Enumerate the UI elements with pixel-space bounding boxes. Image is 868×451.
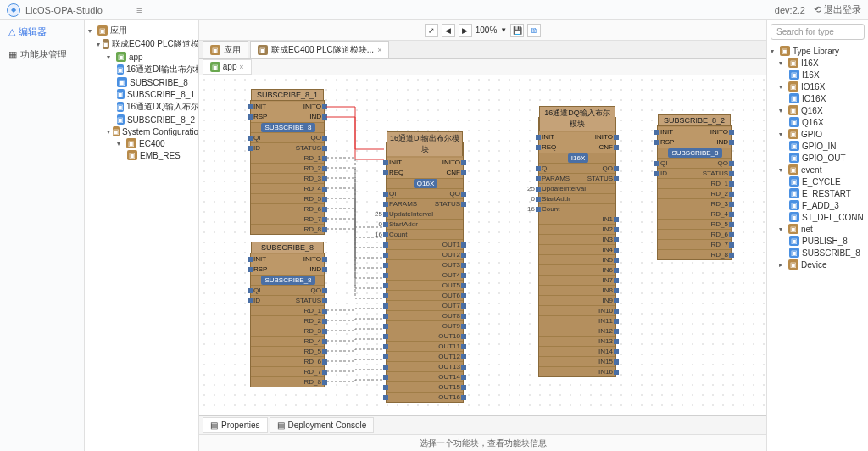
logout-button[interactable]: ⟲ 退出登录	[814, 3, 861, 16]
tree-node-di16[interactable]: ▣16通道DI输出布尔模块	[85, 63, 198, 76]
type-gpio-in[interactable]: ▣GPIO_IN	[767, 140, 868, 152]
type-fadd3[interactable]: ▣F_ADD_3	[767, 199, 868, 211]
tab-app-root[interactable]: ▣应用	[203, 41, 248, 58]
close-icon[interactable]: ×	[377, 46, 381, 54]
save-as-icon[interactable]: 🗎	[527, 24, 541, 37]
app-title: LicOS-OPA-Studio	[25, 5, 103, 15]
sidebar-item-editor[interactable]: △ 编辑器	[0, 20, 84, 43]
status-bar: 选择一个功能块，查看功能块信息	[199, 434, 766, 451]
box-icon: ▣	[258, 45, 268, 55]
tree-app[interactable]: ▾▣app	[85, 51, 198, 63]
block-badge: SUBSCRIBE_8	[261, 123, 314, 132]
diagram-canvas[interactable]: SUBSCRIBE_8_1INITINITORSPINDSUBSCRIBE_8Q…	[199, 75, 766, 415]
search-input[interactable]: Search for type	[771, 24, 865, 40]
block-badge: Q16X	[414, 179, 437, 188]
block-badge: I16X	[568, 153, 588, 163]
save-icon[interactable]: 💾	[510, 24, 524, 37]
console-icon: ▤	[277, 420, 285, 430]
type-erestart[interactable]: ▣E_RESTART	[767, 187, 868, 199]
editor-icon: △	[8, 26, 15, 37]
editor-sub-tabs: ▣ app ×	[199, 59, 766, 75]
app-logo-icon: ◆	[7, 3, 20, 17]
zoom-dropdown-icon[interactable]: ▼	[500, 26, 507, 34]
tab-properties[interactable]: ▤Properties	[203, 417, 268, 433]
nav-left-icon[interactable]: ◀	[442, 24, 455, 37]
canvas-area: ⤢ ◀ ▶ 100% ▼ 💾 🗎 ▣应用 ▣联成EC400 PLC隧道模块...…	[199, 20, 766, 451]
block-badge: SUBSCRIBE_8	[668, 148, 721, 158]
type-event-folder[interactable]: ▾▣event	[767, 164, 868, 175]
canvas-toolbar: ⤢ ◀ ▶ 100% ▼ 💾 🗎	[199, 20, 766, 41]
type-gpio-folder[interactable]: ▾▣GPIO	[767, 128, 868, 140]
type-q16x[interactable]: ▣Q16X	[767, 116, 868, 128]
sub-tab-app[interactable]: ▣ app ×	[203, 59, 252, 75]
type-net-folder[interactable]: ▾▣net	[767, 223, 868, 235]
type-library-root[interactable]: ▾▣Type Library	[767, 45, 868, 57]
right-sidebar: Search for type ▾▣Type Library ▾▣I16X ▣I…	[766, 20, 868, 451]
type-device[interactable]: ▸▣Device	[767, 259, 868, 270]
app-icon: ▣	[210, 62, 220, 72]
blocks-icon: ▦	[8, 49, 17, 60]
fb-SUBSCRIBE_8_1[interactable]: SUBSCRIBE_8_1INITINITORSPINDSUBSCRIBE_8Q…	[250, 100, 325, 235]
close-icon[interactable]: ×	[239, 63, 243, 71]
type-publish8[interactable]: ▣PUBLISH_8	[767, 235, 868, 247]
toolbar-menu-icon[interactable]: ≡	[136, 5, 142, 15]
tree-project[interactable]: ▾▣联成EC400 PLC隧道模块组态	[85, 37, 198, 51]
type-io16x-folder[interactable]: ▾▣IO16X	[767, 81, 868, 92]
zoom-label: 100%	[476, 25, 498, 35]
type-io16x[interactable]: ▣IO16X	[767, 92, 868, 104]
nav-right-icon[interactable]: ▶	[459, 24, 472, 37]
tree-sysconf[interactable]: ▾▣System Configuration	[85, 125, 198, 137]
titlebar: ◆ LicOS-OPA-Studio ≡ dev:2.2 ⟲ 退出登录	[0, 0, 868, 20]
type-ecycle[interactable]: ▣E_CYCLE	[767, 175, 868, 187]
left-sidebar: △ 编辑器 ▦ 功能块管理	[0, 20, 85, 451]
tab-deployment-console[interactable]: ▤Deployment Console	[270, 417, 375, 433]
type-q16x-folder[interactable]: ▾▣Q16X	[767, 104, 868, 116]
fb-16通道DI输出布尔模块[interactable]: 16通道DI输出布尔模块INITINITOREQCNFQ16XQIQOPARAM…	[386, 142, 464, 403]
tree-embres[interactable]: ▣EMB_RES	[85, 149, 198, 161]
properties-icon: ▤	[210, 420, 218, 430]
tree-ec400[interactable]: ▾▣EC400	[85, 137, 198, 149]
type-gpio-out[interactable]: ▣GPIO_OUT	[767, 152, 868, 164]
folder-icon: ▣	[210, 45, 220, 55]
project-explorer: ▾▣应用 ▾▣联成EC400 PLC隧道模块组态 ▾▣app ▣16通道DI输出…	[85, 20, 199, 451]
bottom-panel-tabs: ▤Properties ▤Deployment Console	[199, 415, 766, 434]
tab-project[interactable]: ▣联成EC400 PLC隧道模块...×	[250, 41, 389, 58]
type-subscribe8[interactable]: ▣SUBSCRIBE_8	[767, 247, 868, 259]
sidebar-editor-label: 编辑器	[19, 25, 47, 38]
tree-node-sub8[interactable]: ▣SUBSCRIBE_8	[85, 76, 198, 88]
version-label: dev:2.2	[775, 5, 805, 15]
tree-node-sub82[interactable]: ▣SUBSCRIBE_8_2	[85, 114, 198, 125]
tree-root[interactable]: ▾▣应用	[85, 24, 198, 37]
tree-node-dq16[interactable]: ▣16通道DQ输入布尔模块	[85, 100, 198, 114]
fb-16通道DQ输入布尔模块[interactable]: 16通道DQ输入布尔模块INITINITOREQCNFI16XQIQOPARAM…	[538, 117, 616, 377]
type-i16x-folder[interactable]: ▾▣I16X	[767, 57, 868, 69]
fb-SUBSCRIBE_8_2[interactable]: SUBSCRIBE_8_2INITINITORSPINDSUBSCRIBE_8Q…	[657, 125, 732, 260]
sidebar-item-blocks[interactable]: ▦ 功能块管理	[0, 43, 84, 66]
fb-SUBSCRIBE_8[interactable]: SUBSCRIBE_8INITINITORSPINDSUBSCRIBE_8QIQ…	[250, 253, 325, 387]
editor-tabs: ▣应用 ▣联成EC400 PLC隧道模块...×	[199, 41, 766, 59]
type-stdelconn[interactable]: ▣ST_DEL_CONN	[767, 211, 868, 223]
type-i16x[interactable]: ▣I16X	[767, 69, 868, 81]
block-badge: SUBSCRIBE_8	[261, 276, 314, 285]
sidebar-blocks-label: 功能块管理	[20, 48, 67, 61]
expand-icon[interactable]: ⤢	[425, 24, 438, 37]
tree-node-sub81[interactable]: ▣SUBSCRIBE_8_1	[85, 88, 198, 100]
